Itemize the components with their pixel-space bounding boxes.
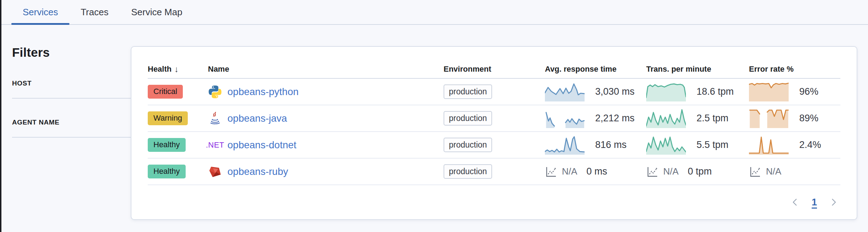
table-row: Healthy .NET opbeans-dotnet production 8…	[148, 132, 840, 159]
environment-badge: production	[444, 164, 492, 179]
services-table-panel: Health ↓ Name Environment Avg. response …	[131, 46, 857, 220]
avg-response-value: 0 ms	[586, 166, 607, 177]
column-header-error-rate[interactable]: Error rate %	[749, 65, 840, 74]
pagination: 1	[148, 185, 840, 219]
filter-group-agent-name[interactable]: AGENT NAME	[12, 118, 131, 138]
error-rate-value: 2.4%	[799, 139, 821, 150]
tpm-sparkline	[646, 82, 686, 101]
top-tabbar: Services Traces Service Map	[0, 0, 868, 25]
avg-response-sparkline	[545, 135, 585, 155]
chart-placeholder-icon	[545, 166, 557, 178]
error-rate-sparkline	[749, 135, 789, 155]
avg-response-value: 3,030 ms	[595, 86, 635, 97]
tab-service-map[interactable]: Service Map	[120, 0, 194, 24]
service-link[interactable]: opbeans-ruby	[227, 166, 288, 177]
column-header-trans-per-minute[interactable]: Trans. per minute	[646, 65, 749, 74]
error-rate-value: 89%	[799, 113, 818, 124]
tpm-value: 2.5 tpm	[697, 113, 728, 124]
environment-badge: production	[444, 84, 492, 99]
health-badge: Critical	[148, 85, 183, 98]
column-header-avg-response-time[interactable]: Avg. response time	[545, 65, 646, 74]
error-rate-sparkline	[749, 109, 789, 128]
previous-page-icon[interactable]	[790, 198, 800, 207]
filter-group-host-label: HOST	[12, 79, 32, 87]
service-link[interactable]: opbeans-dotnet	[227, 139, 297, 151]
na-label: N/A	[766, 166, 781, 177]
tpm-value: 5.5 tpm	[697, 139, 728, 150]
environment-badge: production	[444, 138, 492, 152]
sort-desc-icon: ↓	[174, 64, 179, 74]
tpm-value: 18.6 tpm	[697, 86, 734, 97]
avg-response-sparkline	[545, 109, 585, 128]
tab-services[interactable]: Services	[11, 0, 69, 24]
column-header-name[interactable]: Name	[208, 65, 444, 74]
next-page-icon[interactable]	[829, 198, 838, 207]
page-content: Filters HOST AGENT NAME Health ↓ Name En…	[0, 25, 868, 220]
na-label: N/A	[562, 166, 577, 177]
na-label: N/A	[663, 166, 678, 177]
app-edge-strip	[0, 0, 1, 232]
python-logo-icon	[208, 85, 222, 99]
filter-group-host[interactable]: HOST	[12, 79, 131, 99]
tab-traces[interactable]: Traces	[69, 0, 120, 24]
tpm-sparkline	[646, 109, 686, 128]
filters-sidebar: Filters HOST AGENT NAME	[12, 25, 131, 138]
java-logo-icon	[208, 111, 222, 126]
health-badge: Warning	[148, 111, 188, 125]
health-badge: Healthy	[148, 138, 186, 151]
filters-title: Filters	[12, 45, 131, 60]
health-badge: Healthy	[148, 165, 186, 178]
error-rate-value: 96%	[799, 86, 818, 97]
chart-placeholder-icon	[749, 166, 761, 178]
tpm-sparkline	[646, 135, 686, 155]
page-number-1[interactable]: 1	[812, 197, 817, 208]
error-rate-sparkline	[749, 82, 789, 101]
service-link[interactable]: opbeans-python	[227, 86, 299, 98]
table-row: Healthy opbeans-ruby production	[148, 159, 840, 185]
table-header-row: Health ↓ Name Environment Avg. response …	[148, 60, 840, 79]
table-row: Warning opbeans-java production 2,212 ms	[148, 105, 840, 132]
environment-badge: production	[444, 111, 492, 126]
avg-response-value: 816 ms	[595, 139, 627, 150]
column-header-health[interactable]: Health ↓	[148, 64, 208, 74]
dotnet-logo-icon: .NET	[208, 138, 222, 152]
avg-response-value: 2,212 ms	[595, 113, 635, 124]
column-header-environment[interactable]: Environment	[444, 65, 545, 74]
table-row: Critical opbeans-python production 3,030…	[148, 79, 840, 105]
filter-group-agent-name-label: AGENT NAME	[12, 118, 60, 126]
ruby-logo-icon	[208, 165, 222, 179]
tpm-value: 0 tpm	[688, 166, 712, 177]
service-link[interactable]: opbeans-java	[227, 113, 287, 124]
avg-response-sparkline	[545, 82, 585, 101]
chart-placeholder-icon	[646, 166, 658, 178]
